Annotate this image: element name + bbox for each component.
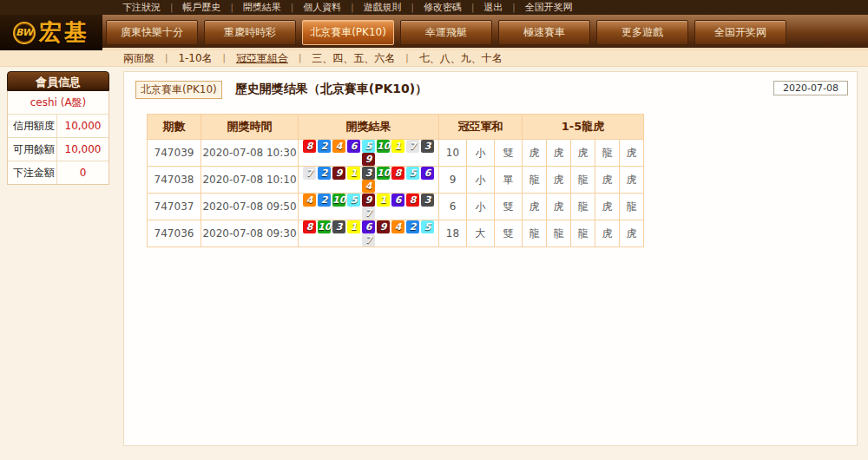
issue-cell: 747039	[148, 140, 201, 167]
time-cell: 2020-07-08 10:30	[201, 140, 299, 167]
member-username: ceshi (A盤)	[8, 91, 108, 114]
dragon-tiger-cell: 虎	[620, 220, 644, 247]
nav-button[interactable]: 北京賽車(PK10)	[302, 20, 394, 45]
column-header: 冠亞軍和	[439, 115, 523, 140]
time-cell: 2020-07-08 09:50	[201, 194, 299, 220]
nav-button[interactable]: 廣東快樂十分	[106, 20, 198, 45]
size-cell: 小	[467, 194, 495, 220]
member-info-title: 會員信息	[7, 71, 109, 91]
parity-cell: 單	[495, 167, 523, 194]
sub-nav-item[interactable]: 1-10名	[168, 50, 222, 66]
top-menu-item[interactable]: 個人資料	[293, 1, 351, 14]
sum-cell: 10	[439, 140, 467, 167]
dragon-tiger-cell: 龍	[571, 194, 595, 220]
table-row: 7470382020-07-08 10:10729131085649小單龍虎龍虎…	[148, 167, 644, 194]
date-input[interactable]	[773, 81, 848, 95]
result-ball: 7	[362, 233, 375, 246]
nav-button[interactable]: 全国开奖网	[694, 20, 786, 45]
top-menu-item[interactable]: 全国开奖网	[516, 1, 582, 14]
page-title: 歷史開獎结果（北京賽車(PK10)）	[235, 82, 427, 95]
result-ball: 7	[406, 140, 419, 153]
result-ball: 9	[332, 167, 345, 180]
dragon-tiger-cell: 虎	[620, 140, 644, 167]
table-row: 7470372020-07-08 09:50421059168376小雙虎虎龍虎…	[148, 194, 644, 220]
sub-nav-item[interactable]: 兩面盤	[113, 50, 165, 66]
sum-cell: 18	[439, 220, 467, 247]
member-info-body: ceshi (A盤) 信用額度10,000可用餘額10,000下注金額0	[7, 91, 109, 185]
content-area: 會員信息 ceshi (A盤) 信用額度10,000可用餘額10,000下注金額…	[0, 67, 868, 457]
results-table: 期數開獎時間開獎結果冠亞軍和1-5龍虎 7470392020-07-08 10:…	[147, 114, 644, 247]
column-header: 1-5龍虎	[523, 115, 644, 140]
member-info-value: 10,000	[56, 115, 108, 137]
sub-nav-item[interactable]: 三、四、五、六名	[301, 50, 405, 66]
result-ball: 1	[347, 220, 360, 233]
result-ball: 9	[362, 153, 375, 166]
result-ball: 6	[391, 194, 404, 207]
dragon-tiger-cell: 虎	[595, 220, 620, 247]
result-balls-cell: 42105916837	[299, 194, 439, 220]
size-cell: 小	[467, 167, 495, 194]
sub-nav-item[interactable]: 七、八、九、十名	[409, 50, 513, 66]
nav-button[interactable]: 極速賽車	[498, 20, 590, 45]
result-balls-cell: 82465101739	[299, 140, 439, 167]
result-ball: 10	[332, 194, 345, 207]
top-menu-item[interactable]: 遊戲規則	[354, 1, 411, 14]
top-menu-item[interactable]: 帳戶歷史	[173, 1, 230, 14]
game-label-button[interactable]: 北京賽車(PK10)	[135, 81, 222, 99]
result-ball: 8	[406, 194, 419, 207]
top-menu-item[interactable]: 修改密碼	[414, 1, 471, 14]
dragon-tiger-cell: 龍	[571, 220, 595, 247]
nav-button[interactable]: 更多遊戲	[596, 20, 688, 45]
result-ball: 7	[303, 167, 316, 180]
result-ball: 10	[318, 220, 331, 233]
dragon-tiger-cell: 龍	[595, 140, 620, 167]
result-ball: 9	[362, 194, 375, 207]
column-header: 期數	[148, 115, 201, 140]
sub-nav-bar: 兩面盤|1-10名|冠亞軍組合|三、四、五、六名|七、八、九、十名	[0, 50, 868, 67]
logo-bw-icon: BW	[13, 22, 36, 44]
result-ball: 10	[377, 140, 390, 153]
result-ball: 1	[377, 194, 390, 207]
sum-cell: 9	[439, 167, 467, 194]
dragon-tiger-cell: 虎	[595, 167, 620, 194]
result-ball: 9	[377, 220, 390, 233]
sub-nav-item[interactable]: 冠亞軍組合	[226, 50, 299, 66]
result-ball: 8	[391, 167, 404, 180]
top-menu-item[interactable]: 下注狀況	[113, 1, 170, 14]
top-menu-item[interactable]: 開獎結果	[233, 1, 291, 14]
time-cell: 2020-07-08 09:30	[201, 220, 299, 247]
result-ball: 8	[303, 140, 316, 153]
member-info-panel: 會員信息 ceshi (A盤) 信用額度10,000可用餘額10,000下注金額…	[7, 71, 109, 185]
member-info-row: 下注金額0	[8, 161, 108, 184]
result-ball: 5	[362, 140, 375, 153]
dragon-tiger-cell: 虎	[620, 167, 644, 194]
parity-cell: 雙	[495, 220, 523, 247]
dragon-tiger-cell: 虎	[547, 167, 571, 194]
result-ball: 6	[347, 140, 360, 153]
result-ball: 2	[318, 140, 331, 153]
result-ball: 4	[362, 180, 375, 193]
game-nav-buttons: 廣東快樂十分重慶時時彩北京賽車(PK10)幸運飛艇極速賽車更多遊戲全国开奖网	[106, 15, 868, 45]
dragon-tiger-cell: 龍	[571, 167, 595, 194]
page: 下注狀況|帳戶歷史|開獎結果|個人資料|遊戲規則|修改密碼|退出|全国开奖网 B…	[0, 0, 868, 457]
result-ball: 2	[318, 194, 331, 207]
dragon-tiger-cell: 龍	[523, 220, 547, 247]
result-ball: 5	[406, 167, 419, 180]
result-ball: 10	[377, 167, 390, 180]
result-ball: 3	[362, 167, 375, 180]
nav-button[interactable]: 重慶時時彩	[204, 20, 296, 45]
dragon-tiger-cell: 虎	[523, 194, 547, 220]
table-row: 7470392020-07-08 10:308246510173910小雙虎虎虎…	[148, 140, 644, 167]
member-info-value: 10,000	[56, 138, 108, 161]
member-info-rows: 信用額度10,000可用餘額10,000下注金額0	[8, 114, 108, 184]
top-menu-item[interactable]: 退出	[474, 1, 512, 14]
result-ball: 4	[303, 194, 316, 207]
result-ball: 8	[303, 220, 316, 233]
result-ball: 5	[421, 220, 434, 233]
result-ball: 1	[347, 167, 360, 180]
result-ball: 3	[332, 220, 345, 233]
result-balls-cell: 81031694257	[299, 220, 439, 247]
issue-cell: 747036	[148, 220, 201, 247]
result-ball: 6	[421, 167, 434, 180]
nav-button[interactable]: 幸運飛艇	[400, 20, 492, 45]
